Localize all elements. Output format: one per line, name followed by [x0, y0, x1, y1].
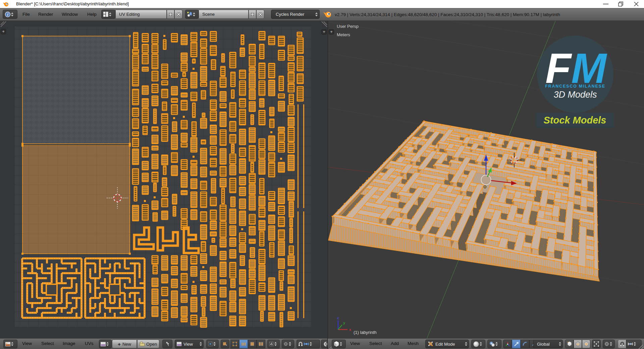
svg-text:z: z	[337, 316, 339, 320]
svg-text:x: x	[349, 328, 352, 332]
svg-text:y: y	[343, 321, 345, 325]
